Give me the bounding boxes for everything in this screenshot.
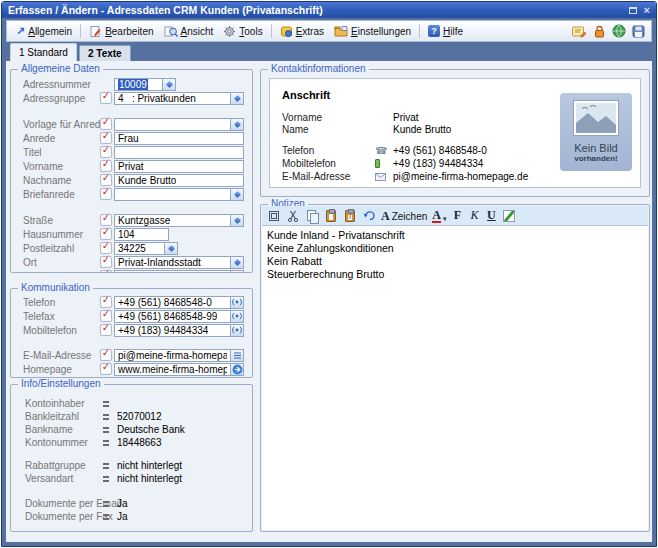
- titel-input[interactable]: [114, 146, 244, 159]
- contact-note-button[interactable]: [572, 25, 587, 38]
- field-label: Briefanrede: [23, 189, 100, 200]
- open-homepage-button[interactable]: [230, 363, 244, 376]
- field-label: Vorlage für Anrede: [23, 119, 100, 130]
- contact-value: Privat: [393, 112, 419, 123]
- contact-value: Kunde Brutto: [393, 124, 451, 135]
- dial-button[interactable]: [230, 296, 244, 309]
- mobiltelefon-input[interactable]: +49 (183) 94484334: [114, 324, 231, 337]
- spinner-button[interactable]: [162, 79, 175, 90]
- email-input[interactable]: pi@meine-firma-homepage.de: [114, 349, 231, 362]
- underline-button[interactable]: U: [485, 209, 497, 222]
- menu-allgemein[interactable]: ↗ Allgemein: [11, 24, 77, 39]
- anrede-input[interactable]: Frau: [114, 132, 244, 145]
- tab-texte[interactable]: 2 Texte: [79, 45, 131, 61]
- extras-icon: [280, 25, 293, 38]
- spacer: [11, 105, 252, 117]
- lock-button[interactable]: [593, 25, 606, 38]
- copy-button[interactable]: [305, 209, 319, 223]
- menu-tools[interactable]: Tools: [218, 23, 267, 40]
- briefanrede-select[interactable]: [114, 188, 244, 201]
- menu-hilfe[interactable]: Hilfe: [423, 23, 468, 39]
- land-select[interactable]: DE : Deutschland: [114, 270, 244, 273]
- edit-note-button[interactable]: [502, 209, 516, 223]
- verify-check-icon[interactable]: [100, 132, 113, 145]
- hausnummer-input[interactable]: 104: [114, 228, 169, 241]
- verify-check-icon[interactable]: [100, 256, 113, 269]
- equals-marker-icon: [103, 476, 109, 482]
- info-value: Ja: [117, 498, 128, 509]
- verify-check-icon[interactable]: [100, 160, 113, 173]
- verify-check-icon[interactable]: [100, 92, 113, 105]
- nachname-input[interactable]: Kunde Brutto: [114, 174, 244, 187]
- verify-check-icon[interactable]: [100, 242, 113, 255]
- telefon-input[interactable]: +49 (561) 8468548-0: [114, 296, 231, 309]
- dropdown-button[interactable]: [164, 243, 177, 254]
- verify-check-icon[interactable]: [100, 188, 113, 201]
- dial-button[interactable]: [230, 324, 244, 337]
- ort-select[interactable]: Privat-Inlandsstadt: [114, 256, 244, 269]
- dropdown-button[interactable]: [230, 119, 243, 130]
- dropdown-button[interactable]: [230, 271, 243, 273]
- menu-einstellungen[interactable]: Einstellungen: [329, 23, 416, 39]
- menu-ansicht[interactable]: Ansicht: [159, 23, 219, 40]
- verify-check-icon[interactable]: [100, 363, 113, 376]
- menu-bearbeiten[interactable]: Bearbeiten: [84, 23, 158, 40]
- chevron-down-icon: ▾: [443, 215, 447, 223]
- phone-icon: ☎: [375, 146, 393, 156]
- verify-check-icon[interactable]: [100, 349, 113, 362]
- paste-text-button[interactable]: [343, 209, 357, 223]
- homepage-value: www.meine-firma-homepage.de: [118, 364, 227, 375]
- verify-check-icon[interactable]: [100, 310, 113, 323]
- font-color-button[interactable]: A ▾: [432, 209, 446, 223]
- verify-check-icon[interactable]: [100, 296, 113, 309]
- verify-check-icon[interactable]: [100, 146, 113, 159]
- globe-button[interactable]: [612, 24, 626, 38]
- italic-button[interactable]: K: [468, 209, 480, 222]
- vorname-input[interactable]: Privat: [114, 160, 244, 173]
- adressgruppe-select[interactable]: 4 : Privatkunden: [114, 92, 244, 105]
- field-label: Anrede: [23, 133, 100, 144]
- paste-text-icon: [345, 210, 355, 222]
- verify-check-icon[interactable]: [100, 214, 113, 227]
- verify-check-icon[interactable]: [100, 118, 113, 131]
- dropdown-button[interactable]: [230, 189, 243, 200]
- dropdown-button[interactable]: [230, 93, 243, 104]
- form-row-anrede: Anrede Frau: [11, 131, 252, 145]
- adressnummer-input[interactable]: 10009: [114, 78, 176, 91]
- group-notizen: Notizen A Zeichen A: [260, 204, 650, 532]
- verify-check-icon[interactable]: [100, 270, 113, 272]
- verify-check-icon[interactable]: [100, 228, 113, 241]
- compose-mail-button[interactable]: [230, 349, 244, 362]
- bold-button[interactable]: F: [451, 209, 463, 222]
- restore-window-button[interactable]: [629, 7, 637, 14]
- dial-button[interactable]: [230, 310, 244, 323]
- postleitzahl-select[interactable]: 34225: [114, 242, 178, 255]
- save-button[interactable]: [632, 25, 645, 38]
- menu-label-ansicht: Ansicht: [181, 26, 214, 37]
- undo-button[interactable]: [362, 209, 376, 223]
- cut-button[interactable]: [286, 209, 300, 223]
- contact-panel: Anschrift Vorname Privat Name Kunde Brut…: [269, 78, 641, 188]
- strasse-select[interactable]: Kuntzgasse: [114, 214, 244, 227]
- field-label: Mobiltelefon: [23, 325, 100, 336]
- verify-check-icon[interactable]: [100, 174, 113, 187]
- info-label: Rabattgruppe: [25, 460, 103, 471]
- menu-label-extras: Extras: [296, 26, 324, 37]
- form-row-titel: Titel: [11, 145, 252, 159]
- verify-check-icon[interactable]: [100, 324, 113, 337]
- contact-label: Vorname: [282, 112, 375, 123]
- character-format-button[interactable]: A Zeichen: [381, 210, 427, 222]
- contact-label: Name: [282, 124, 375, 135]
- homepage-input[interactable]: www.meine-firma-homepage.de: [114, 363, 231, 376]
- telefax-input[interactable]: +49 (561) 8468548-99: [114, 310, 231, 323]
- dropdown-button[interactable]: [230, 215, 243, 226]
- notes-textarea[interactable]: Kunde Inland - Privatanschrift Keine Zah…: [262, 225, 648, 530]
- no-image-placeholder: Kein Bild vorhanden!: [560, 93, 632, 171]
- tab-standard[interactable]: 1 Standard: [10, 43, 77, 61]
- close-window-button[interactable]: ×: [644, 5, 650, 15]
- paste-button[interactable]: [324, 209, 338, 223]
- vorlage-anrede-select[interactable]: [114, 118, 244, 131]
- dropdown-button[interactable]: [230, 257, 243, 268]
- select-all-button[interactable]: [267, 209, 281, 223]
- menu-extras[interactable]: Extras: [275, 23, 329, 40]
